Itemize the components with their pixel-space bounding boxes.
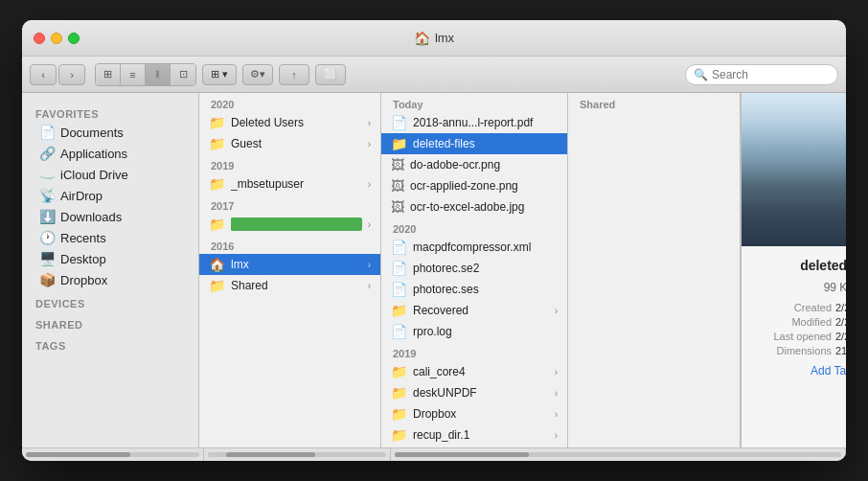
file-name: Deleted Users	[231, 116, 362, 129]
finder-window: 🏠 lmx ‹ › ⊞ ≡ ⫴ ⊡ ⊞ ▾ ⚙▾ ↑ ⬜ 🔍 Favorit	[22, 20, 846, 461]
preview-info: deleted-files 99 KB Created 2/23/21, 11:…	[742, 246, 846, 447]
file-name: Dropbox	[413, 407, 549, 421]
chevron-right-icon: ›	[555, 306, 558, 316]
file-name: deleted-files	[413, 137, 558, 150]
list-item[interactable]: 📄 photorec.ses	[381, 279, 567, 300]
list-item[interactable]: 📁 Shared ›	[199, 275, 380, 296]
year-2020-header: 2020	[381, 218, 567, 237]
downloads-icon: ⬇️	[39, 209, 55, 224]
file-area: 2020 📁 Deleted Users › 📁 Guest › 2019 📁 …	[199, 93, 846, 447]
file-name: cali_core4	[413, 365, 549, 378]
sidebar-item-downloads[interactable]: ⬇️ Downloads	[26, 206, 194, 227]
year-2017: 2017	[199, 195, 380, 214]
folder-icon: 📁	[209, 115, 225, 130]
close-button[interactable]	[34, 33, 45, 44]
icon-view-button[interactable]: ⊞	[96, 64, 121, 85]
list-item[interactable]: 🖼 do-adobe-ocr.png	[381, 154, 567, 175]
list-item[interactable]: 📁 deleted-files	[381, 133, 567, 154]
search-icon: 🔍	[694, 68, 708, 81]
maximize-button[interactable]	[68, 33, 80, 44]
sidebar-item-dropbox[interactable]: 📦 Dropbox	[26, 269, 194, 290]
list-item[interactable]: 📄 2018-annu...l-report.pdf	[381, 112, 567, 133]
airdrop-icon: 📡	[39, 188, 55, 203]
folder-icon: 📁	[391, 303, 407, 318]
file-name: ████	[231, 218, 362, 231]
favorites-label: Favorites	[22, 101, 198, 122]
list-item[interactable]: 📄 rpro.log	[381, 321, 567, 342]
col2-scrollbar-track	[208, 452, 386, 457]
list-item[interactable]: 📁 _mbsetupuser ›	[199, 173, 380, 195]
list-item[interactable]: 📁 Recovered ›	[381, 300, 567, 321]
downloads-label: Downloads	[60, 210, 122, 224]
add-tags-button[interactable]: Add Tags...	[753, 364, 846, 378]
sidebar-item-desktop[interactable]: 🖥️ Desktop	[26, 248, 194, 269]
folder-icon: 📁	[209, 136, 225, 151]
list-item[interactable]: 📁 Deleted Users ›	[199, 112, 380, 133]
documents-icon: 📄	[39, 125, 55, 140]
list-item[interactable]: 📁 Guest ›	[199, 133, 380, 154]
folder-icon: 📁	[209, 217, 225, 232]
search-box[interactable]: 🔍	[685, 64, 838, 85]
list-item[interactable]: 📄 macpdfcompressor.xml	[381, 237, 567, 258]
list-item[interactable]: 📁 deskUNPDF ›	[381, 382, 567, 403]
col1-scrollbar-track	[26, 452, 199, 457]
list-view-button[interactable]: ≡	[121, 64, 146, 85]
meta-created-row: Created 2/23/21, 11:34 AM	[753, 302, 846, 313]
list-item[interactable]: 📁 cali_core4 ›	[381, 361, 567, 382]
column-1: 2020 📁 Deleted Users › 📁 Guest › 2019 📁 …	[199, 93, 381, 447]
xml-icon: 📄	[391, 240, 407, 255]
tag-button[interactable]: ⬜	[315, 64, 346, 85]
sidebar-item-applications[interactable]: 🔗 Applications	[26, 143, 194, 164]
list-item[interactable]: 🏠 lmx ›	[199, 254, 380, 275]
window-title: 🏠 lmx	[414, 31, 454, 46]
file-name: Recovered	[413, 304, 549, 317]
group-arrow: ▾	[222, 68, 228, 80]
file-name: ocr-to-excel-adobe.jpg	[410, 200, 558, 214]
image-icon: 🖼	[391, 178, 404, 194]
col3-scrollbar[interactable]	[391, 448, 846, 461]
toolbar: ‹ › ⊞ ≡ ⫴ ⊡ ⊞ ▾ ⚙▾ ↑ ⬜ 🔍	[22, 57, 846, 93]
sidebar-item-documents[interactable]: 📄 Documents	[26, 122, 194, 143]
list-item[interactable]: 🖼 ocr-to-excel-adobe.jpg	[381, 196, 567, 218]
forward-button[interactable]: ›	[58, 64, 85, 85]
created-label: Created	[753, 302, 832, 313]
documents-label: Documents	[60, 126, 124, 140]
minimize-button[interactable]	[51, 33, 62, 44]
folder-icon: 📁	[209, 176, 225, 192]
chevron-right-icon: ›	[368, 281, 371, 291]
dropbox-label: Dropbox	[60, 273, 107, 287]
search-input[interactable]	[712, 68, 830, 81]
applications-icon: 🔗	[39, 146, 55, 161]
icloud-icon: ☁️	[39, 167, 55, 182]
image-icon: 🖼	[391, 157, 404, 172]
devices-label: Devices	[22, 290, 198, 311]
list-item[interactable]: 📄 photorec.se2	[381, 258, 567, 279]
year-2019: 2019	[199, 154, 380, 173]
list-item[interactable]: 📁 ████ ›	[199, 214, 380, 235]
chevron-right-icon: ›	[555, 430, 558, 441]
icloud-label: iCloud Drive	[60, 168, 128, 182]
action-button[interactable]: ⚙▾	[242, 64, 273, 85]
recents-icon: 🕐	[39, 230, 55, 245]
view-buttons: ⊞ ≡ ⫴ ⊡	[95, 63, 196, 86]
col1-scrollbar[interactable]	[22, 448, 204, 461]
back-button[interactable]: ‹	[30, 64, 57, 85]
list-item[interactable]: 🖼 ocr-applied-zone.png	[381, 175, 567, 196]
share-button[interactable]: ↑	[279, 64, 309, 85]
file-icon: 📄	[391, 282, 407, 297]
preview-pane: deleted-files 99 KB Created 2/23/21, 11:…	[741, 93, 846, 447]
list-item[interactable]: 📁 recup_dir.1 ›	[381, 424, 567, 446]
dimensions-value: 215 × 224	[835, 345, 846, 356]
group-button[interactable]: ⊞ ▾	[202, 64, 237, 85]
gallery-view-button[interactable]: ⊡	[171, 64, 195, 85]
col2-scrollbar[interactable]	[204, 448, 391, 461]
column-view-button[interactable]: ⫴	[146, 64, 171, 85]
preview-filename: deleted-files	[753, 258, 846, 273]
year-2019-header: 2019	[381, 342, 567, 361]
chevron-right-icon: ›	[368, 179, 371, 190]
chevron-right-icon: ›	[555, 367, 558, 378]
sidebar-item-airdrop[interactable]: 📡 AirDrop	[26, 185, 194, 206]
list-item[interactable]: 📁 Dropbox ›	[381, 403, 567, 424]
sidebar-item-icloud[interactable]: ☁️ iCloud Drive	[26, 164, 194, 185]
sidebar-item-recents[interactable]: 🕐 Recents	[26, 227, 194, 248]
